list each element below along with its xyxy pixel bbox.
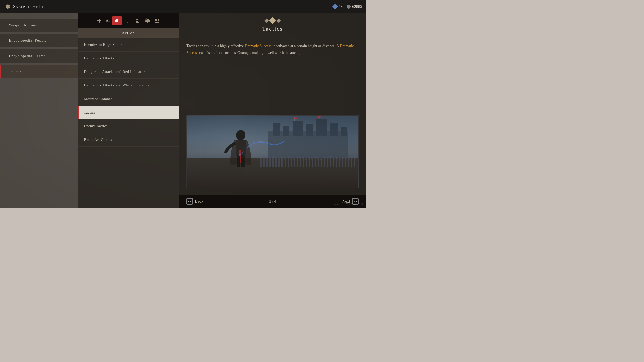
detail-header: Tactics [179,13,366,36]
svg-point-81 [336,157,338,159]
nav-back-btn[interactable]: L1 Back [186,198,203,205]
list-item-label-enemy-tactics: Enemy Tactics [84,124,108,128]
sidebar-item-encyclopedia-terms[interactable]: Encyclopedia: Terms [0,49,78,63]
svg-rect-10 [155,19,157,21]
currency-circle: 62885 [347,4,362,9]
svg-rect-14 [273,123,280,136]
svg-rect-72 [324,159,325,167]
list-item-label-dangerous-attacks: Dangerous Attacks [84,56,114,60]
deco-diamond-small-left [264,19,269,23]
detail-deco-row [186,18,359,23]
svg-point-93 [354,157,356,160]
svg-rect-80 [336,159,337,167]
back-label: Back [195,199,203,204]
filter-btn-cross[interactable] [95,16,104,25]
detail-text-part3: can also reduce enemies' Courage, making… [198,51,303,55]
svg-point-83 [339,158,341,161]
center-panel: All [78,13,179,208]
top-bar-right: 53 62885 [333,4,362,9]
svg-point-67 [314,156,316,159]
category-header: Action [78,28,179,38]
filter-all-label: All [105,19,111,23]
svg-point-61 [305,158,307,161]
svg-rect-74 [327,159,328,167]
svg-rect-15 [283,126,289,136]
svg-rect-82 [339,160,340,167]
detail-text-part1: Tactics can result in a highly effective [186,44,245,48]
svg-point-77 [330,156,332,159]
svg-rect-42 [278,160,280,167]
list-item-label-dangerous-attacks-red: Dangerous Attacks and Red Indicators [84,70,146,74]
sidebar-item-weapon-actions[interactable]: Weapon Actions [0,19,78,32]
gear-icon [4,3,11,10]
list-container[interactable]: Enemies in Rage Mode Dangerous Attacks D… [78,38,179,208]
sidebar-item-tutorial[interactable]: Tutorial [0,65,78,78]
sidebar-label-tutorial: Tutorial [9,69,23,73]
list-item-label-dangerous-attacks-white: Dangerous Attacks and White Indicators [84,83,150,87]
list-item-label-battle-art-chains: Battle Art Chains [84,138,112,142]
diamond-icon [332,4,338,10]
deco-diamond-small-right [276,19,281,23]
svg-rect-84 [342,159,343,167]
svg-rect-17 [306,124,313,136]
filter-btn-gear[interactable] [143,16,152,25]
svg-rect-70 [321,160,322,167]
page-indicator: 3 / 4 [269,199,276,204]
sidebar-label-encyclopedia-people: Encyclopedia: People [9,38,47,42]
svg-point-57 [299,157,301,160]
filter-btn-person[interactable] [133,16,142,25]
list-item-battle-art-chains[interactable]: Battle Art Chains [78,133,179,147]
svg-point-49 [287,156,289,159]
svg-rect-64 [312,160,313,167]
list-item-tactics[interactable]: Tactics [78,106,179,119]
deco-diamond-large [269,17,276,24]
detail-text-part2: if activated at a certain height or dist… [272,44,340,48]
svg-point-51 [290,157,292,160]
list-item-dangerous-attacks-red[interactable]: Dangerous Attacks and Red Indicators [78,65,179,79]
svg-rect-62 [309,159,310,167]
circle-icon [347,5,351,9]
detail-highlight-dramatic-success-1: Dramatic Success [245,44,272,48]
sidebar-item-encyclopedia-people[interactable]: Encyclopedia: People [0,34,78,47]
svg-point-75 [327,157,329,160]
svg-point-85 [342,157,344,159]
sidebar-label-encyclopedia-terms: Encyclopedia: Terms [9,54,46,58]
deco-line-left [248,21,263,21]
currency2-value: 62885 [352,4,362,9]
svg-rect-88 [348,160,349,167]
svg-marker-24 [318,116,322,118]
svg-rect-78 [333,160,334,167]
svg-rect-90 [351,158,352,167]
back-btn-badge: L1 [186,198,193,205]
svg-point-69 [317,157,319,160]
detail-title: Tactics [186,26,359,32]
topbar-system-label: System [13,4,29,9]
detail-image [186,115,359,188]
svg-point-71 [320,158,323,160]
svg-rect-60 [306,160,307,167]
svg-rect-4 [115,21,116,22]
list-item-enemy-tactics[interactable]: Enemy Tactics [78,119,179,133]
filter-btn-options[interactable] [153,16,162,25]
svg-rect-52 [294,160,295,167]
svg-rect-19 [330,123,338,136]
svg-rect-3 [116,19,118,20]
svg-rect-76 [330,158,331,167]
list-item-enemies-rage[interactable]: Enemies in Rage Mode [78,38,179,52]
filter-btn-sword[interactable] [123,16,132,25]
svg-rect-50 [291,159,292,167]
filter-btn-fist[interactable] [112,16,122,25]
topbar-help-label: Help [32,4,43,9]
svg-point-73 [324,157,326,159]
svg-rect-18 [316,119,327,136]
svg-rect-1 [97,20,101,21]
svg-point-55 [296,156,298,159]
list-item-dangerous-attacks[interactable]: Dangerous Attacks [78,52,179,65]
svg-rect-54 [297,158,298,167]
svg-point-91 [351,156,353,159]
list-item-mounted-combat[interactable]: Mounted Combat [78,92,179,106]
sidebar-label-weapon-actions: Weapon Actions [9,23,37,27]
svg-point-87 [345,157,347,160]
svg-point-89 [348,158,350,160]
list-item-dangerous-attacks-white[interactable]: Dangerous Attacks and White Indicators [78,79,179,92]
